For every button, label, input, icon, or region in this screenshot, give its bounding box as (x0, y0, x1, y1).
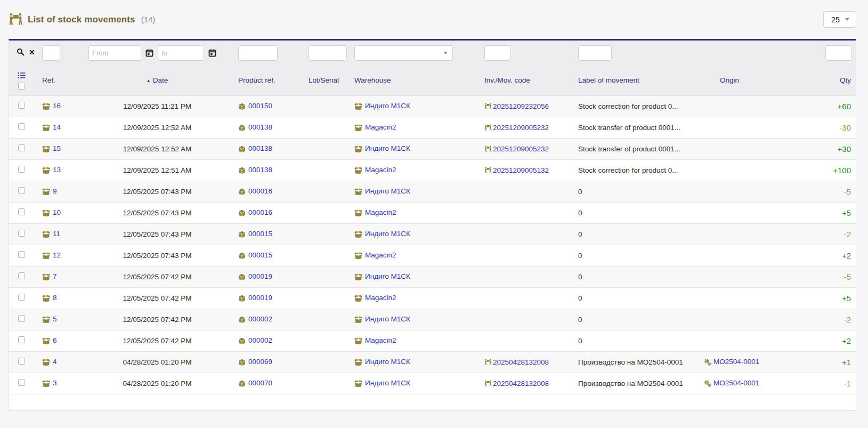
movement-ref-link[interactable]: 13 (53, 166, 61, 174)
row-checkbox[interactable] (18, 123, 25, 130)
row-checkbox[interactable] (18, 166, 25, 173)
movement-ref-link[interactable]: 11 (53, 230, 60, 238)
table-row: 9 12/05/2025 07:43 PM 000016 Индиго М1СК… (9, 181, 856, 202)
product-ref-link[interactable]: 000015 (248, 230, 272, 238)
row-checkbox[interactable] (18, 336, 25, 343)
qty-filter-input[interactable] (825, 45, 852, 61)
warehouse-link[interactable]: Magacin2 (365, 166, 396, 174)
row-checkbox[interactable] (18, 187, 25, 194)
movement-ref-link[interactable]: 4 (53, 358, 57, 366)
warehouse-link[interactable]: Индиго М1СК (365, 379, 410, 387)
product-ref-link[interactable]: 000019 (248, 272, 272, 280)
product-ref-link[interactable]: 000138 (248, 144, 272, 152)
movement-ref-link[interactable]: 7 (53, 272, 57, 280)
warehouse-link[interactable]: Magacin2 (365, 294, 396, 302)
qty-value: +2 (772, 245, 856, 266)
product-ref-link[interactable]: 000069 (248, 358, 272, 366)
product-ref-link[interactable]: 000016 (248, 187, 272, 195)
product-ref-link[interactable]: 000015 (248, 251, 272, 259)
column-header-ref[interactable]: Ref. (34, 65, 98, 95)
warehouse-link[interactable]: Magacin2 (365, 251, 396, 259)
label-filter-input[interactable] (578, 45, 612, 61)
lot-serial-filter-input[interactable] (309, 45, 347, 61)
movement-ref-link[interactable]: 6 (53, 336, 57, 344)
movement-ref-link[interactable]: 15 (53, 144, 61, 152)
column-header-mov-code[interactable]: Inv./Mov. code (467, 65, 561, 95)
movement-code-link[interactable]: 20251209005232 (493, 124, 549, 132)
product-ref-link[interactable]: 000002 (248, 336, 272, 344)
ref-filter-input[interactable] (42, 45, 60, 61)
column-header-label[interactable]: Label of movement (561, 65, 687, 95)
warehouse-link[interactable]: Magacin2 (365, 336, 396, 344)
table-footer-spacer (9, 394, 856, 410)
product-ref-link[interactable]: 000016 (248, 208, 272, 216)
row-checkbox[interactable] (18, 144, 25, 151)
column-header-warehouse[interactable]: Warehouse (334, 65, 467, 95)
warehouse-link[interactable]: Индиго М1СК (365, 187, 410, 195)
calendar-icon[interactable] (208, 49, 216, 57)
product-ref-link[interactable]: 000138 (248, 123, 272, 131)
date-to-input[interactable] (158, 45, 204, 61)
origin-link[interactable]: MO2504-0001 (713, 379, 759, 387)
search-icon[interactable] (17, 48, 25, 56)
product-ref-filter-input[interactable] (238, 45, 278, 61)
movement-ref-link[interactable]: 12 (53, 251, 61, 259)
page-size-select[interactable]: 25 (823, 11, 856, 28)
warehouse-link[interactable]: Индиго М1СК (365, 272, 410, 280)
movement-code-link[interactable]: 20251209005232 (493, 145, 549, 153)
qty-value: -1 (772, 373, 856, 394)
movement-ref-link[interactable]: 9 (53, 187, 57, 195)
row-checkbox[interactable] (18, 230, 25, 237)
product-cube-icon (238, 188, 246, 196)
movement-code-icon (484, 146, 492, 152)
movement-ref-link[interactable]: 16 (53, 102, 61, 110)
row-checkbox[interactable] (18, 358, 25, 365)
movement-label: 0 (561, 223, 687, 245)
movement-ref-link[interactable]: 10 (53, 208, 61, 216)
product-ref-link[interactable]: 000019 (248, 294, 272, 302)
clear-filters-icon[interactable]: ✕ (29, 49, 35, 56)
calendar-icon[interactable] (145, 49, 153, 57)
product-ref-link[interactable]: 000070 (248, 379, 272, 387)
product-ref-link[interactable]: 000002 (248, 315, 272, 323)
product-ref-link[interactable]: 000138 (248, 166, 272, 174)
row-checkbox[interactable] (18, 251, 25, 258)
movement-code-link[interactable]: 20251209005132 (493, 166, 549, 174)
warehouse-link[interactable]: Magacin2 (365, 208, 396, 216)
row-checkbox[interactable] (18, 208, 25, 215)
movement-code-link[interactable]: 20250428132008 (493, 379, 549, 387)
column-header-lot-serial[interactable]: Lot/Serial (287, 65, 334, 95)
date-from-input[interactable] (88, 45, 141, 61)
select-all-checkbox[interactable] (18, 83, 25, 90)
lot-serial-value (287, 309, 334, 330)
movement-code-link[interactable]: 20251209232056 (493, 102, 549, 110)
column-header-product-ref[interactable]: Product ref. (217, 65, 287, 95)
row-checkbox[interactable] (18, 102, 25, 109)
column-header-qty[interactable]: Qty (772, 65, 856, 95)
movement-code-link[interactable]: 20250428132008 (493, 358, 549, 366)
row-checkbox[interactable] (18, 315, 25, 322)
movement-ref-link[interactable]: 14 (53, 123, 61, 131)
row-checkbox[interactable] (18, 294, 25, 301)
movement-ref-link[interactable]: 5 (53, 315, 57, 323)
movement-code-filter-input[interactable] (484, 45, 511, 61)
warehouse-link[interactable]: Индиго М1СК (365, 315, 410, 323)
movement-ref-link[interactable]: 3 (53, 379, 57, 387)
warehouse-link[interactable]: Magacin2 (365, 123, 396, 131)
warehouse-icon (354, 188, 362, 196)
product-ref-link[interactable]: 000150 (248, 102, 272, 110)
columns-selector-icon[interactable] (18, 71, 26, 79)
warehouse-link[interactable]: Индиго М1СК (365, 102, 410, 110)
movement-ref-link[interactable]: 8 (53, 294, 57, 302)
warehouse-filter-select[interactable] (354, 45, 453, 61)
row-checkbox[interactable] (18, 272, 25, 279)
row-checkbox[interactable] (18, 379, 25, 386)
warehouse-link[interactable]: Индиго М1СК (365, 144, 410, 152)
table-row: 15 12/09/2025 12:52 AM 000138 Индиго М1С… (9, 138, 856, 159)
warehouse-link[interactable]: Индиго М1СК (365, 230, 410, 238)
warehouse-link[interactable]: Индиго М1СК (365, 358, 410, 366)
origin-link[interactable]: MO2504-0001 (713, 358, 759, 366)
product-cube-icon (238, 124, 246, 132)
movement-label: 0 (561, 266, 687, 287)
column-header-date[interactable]: ▲Date (98, 65, 217, 95)
